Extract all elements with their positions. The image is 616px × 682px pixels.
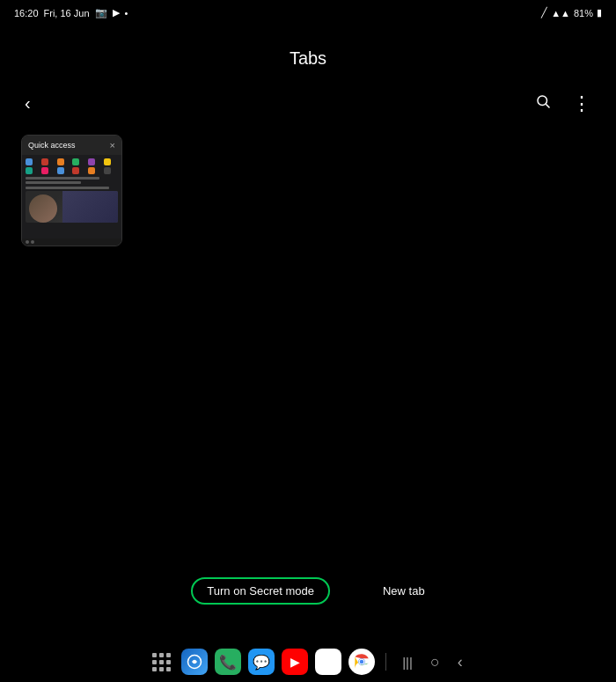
signal-icon: ╱ bbox=[541, 7, 547, 18]
search-button[interactable] bbox=[532, 90, 554, 117]
tab-bottom-bar bbox=[22, 238, 121, 246]
chrome-app[interactable] bbox=[348, 649, 375, 675]
tab-close-button[interactable]: × bbox=[110, 140, 115, 150]
icon-dot bbox=[26, 167, 33, 174]
tab-bottom-dot bbox=[31, 240, 34, 244]
icon-dot bbox=[104, 167, 111, 174]
messages-app[interactable]: 💬 bbox=[248, 649, 275, 675]
tab-bottom-dot bbox=[26, 240, 29, 244]
tab-image-bg bbox=[62, 191, 118, 223]
page-title: Tabs bbox=[0, 22, 616, 86]
icon-dot bbox=[72, 167, 79, 174]
new-tab-button[interactable]: New tab bbox=[383, 584, 425, 598]
tab-card[interactable]: Quick access × bbox=[21, 135, 122, 246]
samsung-internet-app[interactable] bbox=[181, 649, 208, 675]
tab-text-line bbox=[26, 187, 109, 189]
svg-point-5 bbox=[360, 660, 364, 664]
back-button[interactable]: ‹ bbox=[21, 90, 34, 117]
bottom-action-bar: Turn on Secret mode New tab bbox=[0, 570, 616, 612]
wifi-icon: ▲▲ bbox=[551, 8, 570, 18]
camera-icon: 📷 bbox=[95, 7, 107, 18]
grid-menu-icon bbox=[148, 649, 174, 675]
search-icon bbox=[535, 93, 551, 109]
messages-icon: 💬 bbox=[253, 654, 270, 671]
tab-text-line bbox=[26, 177, 99, 180]
dock-separator bbox=[385, 653, 386, 671]
svg-line-1 bbox=[546, 104, 549, 107]
icon-dot bbox=[26, 158, 33, 165]
phone-icon: 📞 bbox=[219, 654, 237, 671]
icon-dot bbox=[57, 158, 64, 165]
maps-app[interactable]: 🗺 bbox=[315, 649, 341, 675]
tab-image-preview bbox=[26, 191, 118, 223]
app-grid-menu[interactable] bbox=[148, 649, 174, 675]
tab-card-header: Quick access × bbox=[22, 136, 121, 155]
phone-app[interactable]: 📞 bbox=[215, 649, 241, 675]
youtube-icon: ▶ bbox=[290, 655, 300, 669]
tab-area: Quick access × bbox=[0, 121, 616, 260]
status-bar: 16:20 Fri, 16 Jun 📷 ▶ • ╱ ▲▲ 81% ▮ bbox=[0, 0, 616, 22]
nav-row: ‹ ⋮ bbox=[0, 86, 616, 121]
status-date: Fri, 16 Jun bbox=[44, 8, 90, 18]
icon-dot bbox=[41, 167, 48, 174]
chrome-icon bbox=[352, 652, 371, 671]
icon-dot bbox=[41, 158, 48, 165]
tab-image-face bbox=[29, 194, 57, 223]
samsung-internet-icon bbox=[187, 654, 202, 670]
icon-dot bbox=[57, 167, 64, 174]
icon-dot bbox=[88, 167, 95, 174]
app-dock: 📞 💬 ▶ 🗺 ||| ○ ‹ bbox=[0, 647, 616, 678]
youtube-app[interactable]: ▶ bbox=[282, 649, 308, 675]
secret-mode-button[interactable]: Turn on Secret mode bbox=[191, 577, 330, 605]
dot-icon: • bbox=[125, 8, 128, 18]
status-right: ╱ ▲▲ 81% ▮ bbox=[541, 7, 602, 18]
icon-dot bbox=[72, 158, 79, 165]
battery-icon: ▮ bbox=[597, 7, 602, 18]
status-time: 16:20 bbox=[14, 8, 39, 18]
icon-dot bbox=[104, 158, 111, 165]
nav-icons: ⋮ bbox=[532, 90, 595, 117]
tab-card-title: Quick access bbox=[28, 141, 76, 150]
battery-text: 81% bbox=[574, 8, 593, 18]
icon-dot bbox=[88, 158, 95, 165]
back-nav-button[interactable]: ‹ bbox=[458, 653, 463, 671]
svg-point-0 bbox=[538, 96, 547, 106]
maps-icon: 🗺 bbox=[322, 655, 334, 669]
recents-button[interactable]: ||| bbox=[402, 655, 413, 670]
tab-icon-grid bbox=[26, 158, 118, 174]
home-button[interactable]: ○ bbox=[430, 653, 440, 671]
more-options-button[interactable]: ⋮ bbox=[568, 92, 595, 115]
media-icon: ▶ bbox=[113, 7, 120, 18]
tab-text-line bbox=[26, 181, 81, 184]
status-left: 16:20 Fri, 16 Jun 📷 ▶ • bbox=[14, 7, 128, 18]
tab-card-content bbox=[22, 155, 121, 238]
